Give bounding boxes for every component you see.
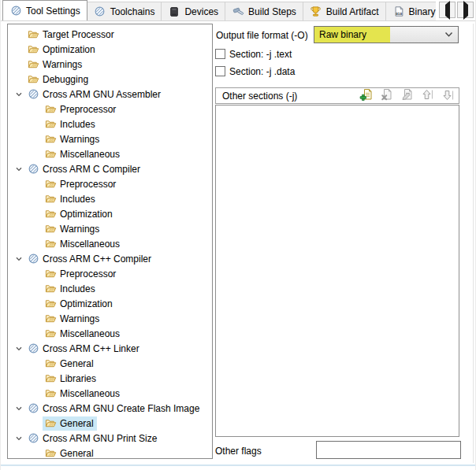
tree-item-optimization[interactable]: Optimization [8,42,212,57]
tool-icon [27,163,39,176]
tree-item-preprocessor[interactable]: Preprocessor [8,102,212,117]
folder-icon [27,28,39,41]
tree-item-miscellaneous[interactable]: Miscellaneous [8,146,212,161]
scroll-tabs-left-button[interactable] [439,2,456,18]
tab-toolchains[interactable]: Toolchains [87,2,162,20]
output-file-format-value: Raw binary [314,27,390,43]
tree-item-warnings[interactable]: Warnings [8,221,212,236]
tree-item-label: Cross ARM C++ Linker [43,343,139,354]
scroll-tabs-right-button[interactable] [457,2,474,18]
svg-text:010: 010 [396,12,402,16]
add-section-button[interactable] [359,89,373,102]
tree-item-includes[interactable]: Includes [8,281,212,296]
checkbox-box[interactable] [215,49,225,59]
edit-icon [400,88,414,104]
tree-item-cross-arm-c-compiler[interactable]: Cross ARM C Compiler [8,161,212,176]
tab-label: Build Artifact [326,6,379,17]
tab-label: Binary Parsers [409,6,436,17]
folder-icon [44,118,57,131]
tree-item-preprocessor[interactable]: Preprocessor [8,176,212,191]
binary-icon: 010 [392,6,405,18]
move-down-button[interactable] [441,89,455,102]
output-file-format-label: Output file format (-O) [216,30,308,41]
tree-item-label: Optimization [43,44,95,55]
tree-item-general[interactable]: General [8,356,212,371]
other-sections-header: Other sections (-j) [215,87,459,104]
tab-devices[interactable]: Devices [161,2,225,20]
tree-item-includes[interactable]: Includes [8,191,212,206]
tree-item-cross-arm-gnu-create-flash-image[interactable]: Cross ARM GNU Create Flash Image [8,401,212,416]
tree-item-label: Warnings [60,134,99,145]
add-icon [359,88,373,104]
tab-tool-settings[interactable]: Tool Settings [2,0,87,20]
folder-icon [44,178,57,191]
folder-icon [44,208,57,220]
tree-item-label: Cross ARM GNU Create Flash Image [43,403,199,414]
chevron-down-icon[interactable] [13,91,25,98]
checkbox-section-j-text[interactable]: Section: -j .text [215,48,292,60]
tree-item-cross-arm-gnu-assembler[interactable]: Cross ARM GNU Assembler [8,87,212,102]
tree-item-general[interactable]: General [8,416,212,431]
tool-icon [9,5,22,17]
tree-item-cross-arm-cpp-compiler[interactable]: Cross ARM C++ Compiler [8,251,212,266]
tree-item-label: Includes [60,194,95,205]
folder-icon [44,387,57,400]
tree-item-cross-arm-cpp-linker[interactable]: Cross ARM C++ Linker [8,341,212,356]
tab-binary-parsers[interactable]: 010Binary Parsers [385,2,436,20]
trophy-icon [310,6,322,18]
other-flags-input[interactable] [316,441,461,459]
tree-item-miscellaneous[interactable]: Miscellaneous [8,236,212,251]
tree-item-label: General [60,418,94,429]
folder-icon [44,193,57,205]
tool-icon [27,88,39,101]
tree-item-warnings[interactable]: Warnings [8,57,212,72]
tree-item-label: Target Processor [43,29,114,40]
tree-item-label: Cross ARM C++ Compiler [43,254,151,265]
tool-icon [27,253,39,265]
tree-item-label: Cross ARM GNU Print Size [43,433,157,444]
tree-item-label: Warnings [60,313,99,324]
tree-item-warnings[interactable]: Warnings [8,311,212,326]
tree-item-label: General [60,448,94,459]
chevron-down-icon[interactable] [13,165,25,173]
chevron-down-icon[interactable] [13,405,25,413]
tree-item-target-processor[interactable]: Target Processor [8,27,212,42]
output-file-format-select[interactable]: Raw binary [314,26,459,43]
checkbox-box[interactable] [215,66,225,76]
folder-icon [44,313,57,325]
tree-item-label: Includes [60,283,95,294]
delete-section-button[interactable] [380,89,393,102]
checkbox-section-j-data[interactable]: Section: -j .data [215,65,295,77]
tree-item-miscellaneous[interactable]: Miscellaneous [8,326,212,341]
tree-item-includes[interactable]: Includes [8,117,212,131]
tree-item-cross-arm-gnu-print-size[interactable]: Cross ARM GNU Print Size [8,431,212,446]
tree-item-general[interactable]: General [8,446,212,459]
tab-build-artifact[interactable]: Build Artifact [303,2,386,20]
tree-item-label: Preprocessor [60,268,116,279]
chevron-down-icon[interactable] [13,255,25,263]
other-sections-list[interactable] [215,105,459,437]
tree-item-optimization[interactable]: Optimization [8,206,212,221]
tree-item-label: Cross ARM GNU Assembler [43,89,161,100]
tree-item-optimization[interactable]: Optimization [8,296,212,311]
tree-item-label: Miscellaneous [60,328,120,339]
edit-section-button[interactable] [400,89,414,102]
tab-build-steps[interactable]: Build Steps [225,2,303,20]
tree-item-libraries[interactable]: Libraries [8,371,212,386]
tabs-container: Tool SettingsToolchainsDevicesBuild Step… [2,0,436,20]
chevron-down-icon [444,31,458,38]
delete-icon [380,88,393,104]
move-up-button[interactable] [421,89,434,102]
tree-item-debugging[interactable]: Debugging [8,72,212,87]
folder-icon [44,223,57,235]
tree-item-preprocessor[interactable]: Preprocessor [8,266,212,281]
left-arrow-icon [445,5,450,16]
chevron-down-icon[interactable] [13,435,25,442]
tree-item-warnings[interactable]: Warnings [8,131,212,146]
folder-icon [44,283,57,295]
tree-item-miscellaneous[interactable]: Miscellaneous [8,386,212,401]
folder-icon [44,298,57,310]
tree-item-label: Preprocessor [60,104,116,115]
tree-item-label: Miscellaneous [60,149,120,160]
chevron-down-icon[interactable] [13,345,25,353]
